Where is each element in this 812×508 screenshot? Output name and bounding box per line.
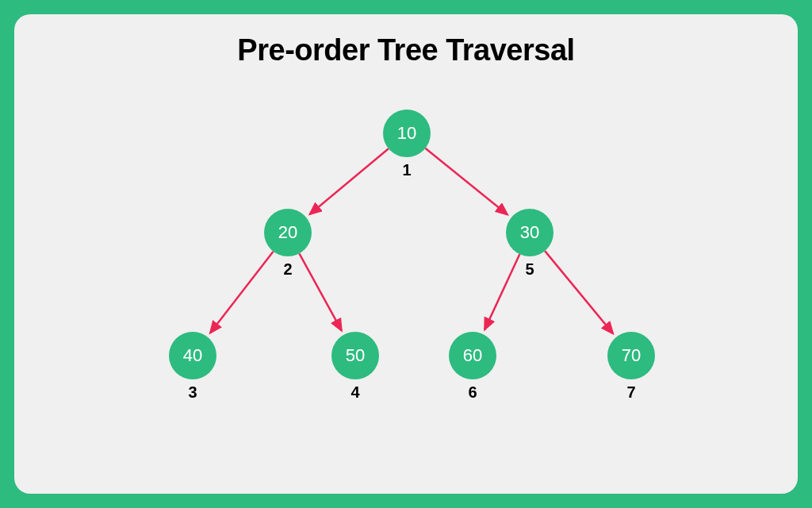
node-order-4: 4 — [350, 383, 359, 402]
node-value: 30 — [520, 222, 539, 243]
node-value: 60 — [463, 345, 482, 366]
edge-arrow — [545, 251, 613, 333]
diagram-title: Pre-order Tree Traversal — [14, 14, 798, 67]
edge-arrow — [210, 252, 274, 333]
node-value: 50 — [346, 345, 365, 366]
node-value: 20 — [278, 222, 297, 243]
edge-arrow — [485, 254, 519, 329]
tree-node-60: 60 — [449, 332, 496, 379]
edge-arrow — [299, 253, 341, 330]
node-order-5: 5 — [525, 260, 534, 279]
node-value: 10 — [397, 123, 416, 144]
tree-node-30: 30 — [506, 209, 553, 256]
edge-arrow — [310, 148, 389, 214]
node-value: 40 — [183, 345, 202, 366]
diagram-canvas: Pre-order Tree Traversal 10 1 20 2 30 5 … — [14, 14, 798, 494]
edge-arrow — [425, 148, 508, 215]
tree-node-40: 40 — [169, 332, 216, 379]
node-order-6: 6 — [468, 383, 477, 402]
tree-node-10: 10 — [383, 110, 431, 157]
tree-node-70: 70 — [607, 332, 655, 379]
node-order-1: 1 — [402, 161, 411, 179]
node-order-3: 3 — [188, 383, 197, 402]
edges-layer — [14, 14, 798, 494]
node-order-2: 2 — [283, 260, 292, 279]
node-order-7: 7 — [626, 383, 635, 402]
node-value: 70 — [622, 345, 641, 366]
tree-node-20: 20 — [264, 209, 312, 256]
tree-node-50: 50 — [331, 332, 379, 379]
